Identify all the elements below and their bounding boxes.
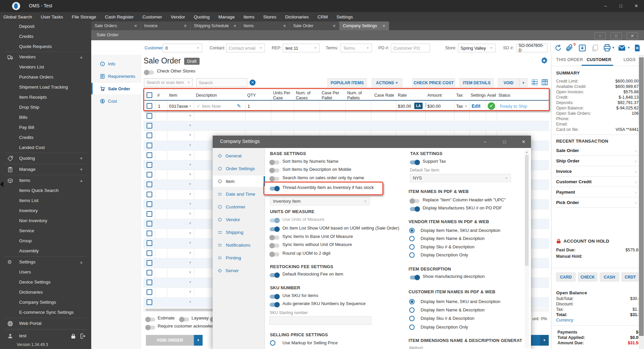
row-checkbox[interactable] [147,260,152,266]
sidebar-item-items-quick-search[interactable]: Items Quick Search [0,186,91,195]
row-checkbox[interactable] [147,103,152,109]
sidebar-item-drop-ship[interactable]: Drop Ship [0,103,91,112]
menu-global-search[interactable]: Global Search [3,14,32,19]
sidebar-section-manage[interactable]: Manage▼ [0,165,91,174]
copy-icon[interactable] [591,44,599,52]
search-by-name-toggle[interactable] [270,177,279,181]
chevron-down-icon[interactable]: ▼ [189,123,192,127]
menu-customer[interactable]: Customer [142,14,162,19]
sidebar-item-bills[interactable]: Bills [0,113,91,122]
sidebar-item-credits[interactable]: Credits [0,32,91,41]
table-row[interactable]: ▼ [144,121,549,131]
subnav-requirements[interactable]: Requirements [91,70,141,82]
print-icon[interactable] [603,44,611,52]
chevron-down-icon[interactable]: ▼ [189,172,192,176]
store-dropdown[interactable]: Spring Valley▼ [458,44,495,52]
default-restocking-toggle[interactable] [270,273,279,277]
lock-icon[interactable] [70,333,76,339]
chevron-down-icon[interactable]: ▼ [189,280,192,284]
sidebar-item-deposit[interactable]: Deposit [0,22,91,31]
menu-user-tasks[interactable]: User Tasks [41,14,63,19]
col-header-amount[interactable]: Amount [427,93,442,98]
col-header-item[interactable]: Item [169,93,177,98]
clear-search-icon[interactable]: ✕ [250,80,256,86]
modal-nav-printing[interactable]: Printing [213,252,265,263]
chevron-down-icon[interactable]: ▼ [189,192,192,196]
chevron-down-icon[interactable]: ▼ [189,143,192,147]
crdt-button[interactable]: CRDT [622,272,639,282]
col-header-case-per-pallet[interactable]: Case Per Pallet [322,91,341,101]
chevron-down-icon[interactable]: ▼ [464,104,468,108]
menu-crm[interactable]: CRM [317,14,328,19]
col-header-settings[interactable]: Settings [471,93,486,98]
tab-sale-orders[interactable]: Sale Orders✕ [91,21,141,30]
col-header-qty[interactable]: QTY [247,93,256,98]
modal-nav-date-and-time[interactable]: Date and Time [213,188,265,200]
uom-badge[interactable]: LA [414,103,423,109]
vendor-desc-only-radio[interactable] [409,252,415,258]
sidebar-item-dictionaries[interactable]: Dictionaries [0,288,91,297]
sync-base-uom-toggle[interactable] [270,236,279,240]
menu-cash-register[interactable]: Cash Register [105,14,134,19]
require-ack-toggle[interactable] [146,326,155,330]
col-header-case-rate[interactable]: Case Rate [374,93,394,98]
modal-nav-server[interactable]: Server [213,265,265,276]
row-checkbox[interactable] [147,280,152,285]
sidebar-item-users[interactable]: Users [0,268,91,277]
sidebar-section-quoting[interactable]: Quoting▼ [0,154,91,163]
create-menu-chevron[interactable]: ▼ [540,335,549,346]
menu-settings[interactable]: Settings [336,14,353,19]
import-icon[interactable] [578,44,586,52]
chevron-down-icon[interactable]: ▼ [189,231,192,235]
select-all-checkbox[interactable] [147,92,152,98]
scrollbar-thumb[interactable] [525,155,529,266]
customer-name-desc-radio[interactable] [409,307,415,313]
close-tab-icon[interactable]: ✕ [184,24,187,28]
void-menu-chevron[interactable]: ▼ [519,78,528,87]
chevron-down-icon[interactable]: ▼ [189,270,192,274]
subnav-cost[interactable]: Cost [91,95,141,107]
chevron-down-icon[interactable]: ▼ [189,163,192,166]
item-details-button[interactable]: ITEM DETAILS [460,78,494,87]
col-header-status[interactable]: Status [498,93,510,98]
recent-customer-credit[interactable]: Customer Credit [556,179,592,184]
row-checkbox[interactable] [147,270,152,276]
col-header-description[interactable]: Description [196,93,217,98]
show-manufacturing-desc-toggle[interactable] [410,276,420,280]
col-header-avail[interactable]: Avail [487,93,496,98]
po-input[interactable]: Customer PO [391,44,430,52]
user-row[interactable]: test [0,332,91,340]
attachment-icon[interactable] [566,44,574,52]
use-uom-toggle[interactable] [270,218,279,222]
status-link[interactable]: Ready to Ship [500,104,527,109]
row-checkbox[interactable] [147,240,152,246]
close-tab-icon[interactable]: ✕ [333,24,336,28]
doc-close-icon[interactable]: ✕ [627,33,638,39]
col-header-tax[interactable]: Tax [456,93,463,98]
sidebar-item-pay-bill[interactable]: Pay Bill [0,123,91,132]
item-scan-dropdown[interactable]: Search or scan item▼ [144,78,193,87]
sidebar-item-vendors-list[interactable]: Vendors List [0,63,91,71]
sidebar-item-items-list[interactable]: Items List [0,196,91,205]
auto-sku-toggle[interactable] [270,303,279,307]
tab-customer[interactable]: CUSTOMER [587,57,611,62]
void-order-button[interactable]: VOID ORDER [146,335,194,346]
scroll-up-icon[interactable]: ▲ [525,150,528,154]
vendor-name-sku-desc-radio[interactable] [409,228,415,233]
panel-scrollbar[interactable]: ▼ [639,55,644,349]
sidebar-item-quote-requests[interactable]: Quote Requests [0,42,91,51]
row-checkbox[interactable] [147,143,152,148]
maximize-icon[interactable]: □ [613,0,629,12]
vendor-name-desc-radio[interactable] [409,236,415,241]
recent-invoice[interactable]: Invoice [556,169,572,174]
close-icon[interactable]: ✕ [629,0,644,12]
col-header-num-cases[interactable]: Num. of Cases [296,91,315,101]
use-markup-radio[interactable] [270,340,275,346]
col-header-units-per-case[interactable]: Units Per Case [273,91,293,101]
row-checkbox[interactable] [147,113,152,119]
recent-ship-order[interactable]: Ship Order [556,158,580,163]
menu-vendor[interactable]: Vendor [171,14,185,19]
row-checkbox[interactable] [147,221,152,227]
subnav-info[interactable]: Info [91,58,141,69]
row-checkbox[interactable] [147,231,152,236]
